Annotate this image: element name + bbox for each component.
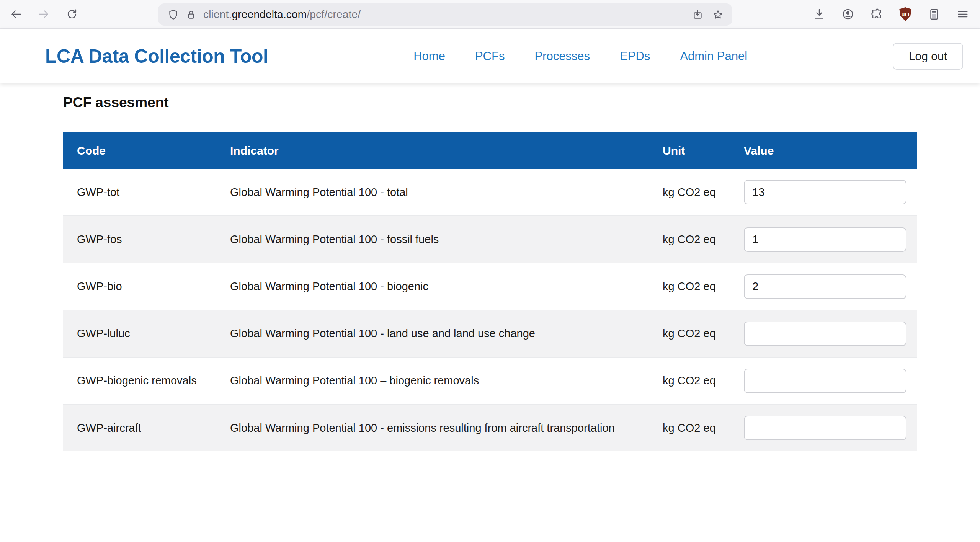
- cell-code: GWP-bio: [63, 263, 216, 310]
- app-brand-link[interactable]: LCA Data Collection Tool: [45, 45, 268, 67]
- browser-action-icons: uO: [808, 3, 973, 25]
- nav-link-processes[interactable]: Processes: [534, 49, 590, 63]
- table-row-gwp-bio: GWP-bio Global Warming Potential 100 - b…: [63, 263, 917, 310]
- reader-document-icon: [928, 8, 941, 21]
- browser-forward-button[interactable]: [33, 3, 54, 25]
- value-input-gwp-fos[interactable]: [744, 227, 906, 252]
- main-navigation: Home PCFs Processes EPDs Admin Panel: [413, 49, 747, 63]
- cell-unit: kg CO2 eq: [649, 404, 730, 451]
- app-header: LCA Data Collection Tool Home PCFs Proce…: [0, 29, 980, 83]
- back-arrow-icon: [10, 8, 23, 21]
- table-body: GWP-tot Global Warming Potential 100 - t…: [63, 169, 917, 451]
- ublock-shield-icon: uO: [899, 7, 912, 21]
- url-text: client.greendelta.com/pcf/create/: [203, 8, 361, 21]
- value-input-gwp-bio[interactable]: [744, 274, 906, 299]
- cell-unit: kg CO2 eq: [649, 310, 730, 357]
- nav-link-epds[interactable]: EPDs: [620, 49, 650, 63]
- menu-hamburger-icon: [956, 8, 969, 21]
- table-row-gwp-luluc: GWP-luluc Global Warming Potential 100 -…: [63, 310, 917, 357]
- cell-value: [730, 357, 917, 404]
- cell-code: GWP-aircraft: [63, 404, 216, 451]
- browser-back-button[interactable]: [5, 3, 27, 25]
- tracking-shield-icon[interactable]: [167, 9, 179, 21]
- cell-value: [730, 263, 917, 310]
- reader-mode-button[interactable]: [923, 3, 945, 25]
- nav-link-home[interactable]: Home: [413, 49, 445, 63]
- cell-value: [730, 216, 917, 263]
- url-domain: greendelta.com: [232, 8, 307, 20]
- value-input-gwp-luluc[interactable]: [744, 322, 906, 346]
- cell-indicator: Global Warming Potential 100 – biogenic …: [216, 357, 649, 404]
- cell-indicator: Global Warming Potential 100 - total: [216, 169, 649, 216]
- ublock-button[interactable]: uO: [895, 3, 916, 25]
- cell-unit: kg CO2 eq: [649, 169, 730, 216]
- save-page-icon[interactable]: [692, 9, 704, 21]
- cell-indicator: Global Warming Potential 100 - land use …: [216, 310, 649, 357]
- account-button[interactable]: [837, 3, 859, 25]
- table-head: Code Indicator Unit Value: [63, 132, 917, 169]
- url-subdomain: client.: [203, 8, 232, 20]
- cell-code: GWP-biogenic removals: [63, 357, 216, 404]
- cell-value: [730, 404, 917, 451]
- cell-unit: kg CO2 eq: [649, 216, 730, 263]
- table-row-gwp-biogenic-removals: GWP-biogenic removals Global Warming Pot…: [63, 357, 917, 404]
- footer-divider: [63, 500, 917, 500]
- browser-toolbar: client.greendelta.com/pcf/create/: [0, 0, 980, 29]
- cell-indicator: Global Warming Potential 100 - emissions…: [216, 404, 649, 451]
- logout-button[interactable]: Log out: [893, 43, 963, 70]
- bookmark-star-icon[interactable]: [712, 9, 724, 21]
- cell-unit: kg CO2 eq: [649, 263, 730, 310]
- value-input-gwp-tot[interactable]: [744, 180, 906, 204]
- table-row-gwp-tot: GWP-tot Global Warming Potential 100 - t…: [63, 169, 917, 216]
- value-input-gwp-biogenic-removals[interactable]: [744, 369, 906, 393]
- downloads-button[interactable]: [808, 3, 830, 25]
- cell-value: [730, 169, 917, 216]
- column-header-indicator: Indicator: [216, 132, 649, 169]
- account-icon: [841, 8, 854, 21]
- download-icon: [813, 8, 826, 21]
- address-bar[interactable]: client.greendelta.com/pcf/create/: [158, 3, 732, 26]
- lock-icon[interactable]: [185, 9, 197, 21]
- menu-button[interactable]: [952, 3, 973, 25]
- url-path: /pcf/create/: [307, 8, 361, 20]
- nav-link-admin-panel[interactable]: Admin Panel: [680, 49, 747, 63]
- browser-reload-button[interactable]: [61, 3, 83, 25]
- nav-link-pcfs[interactable]: PCFs: [475, 49, 505, 63]
- page-content: PCF assesment Code Indicator Unit Value …: [0, 94, 980, 500]
- column-header-unit: Unit: [649, 132, 730, 169]
- cell-code: GWP-fos: [63, 216, 216, 263]
- page-title: PCF assesment: [63, 94, 917, 111]
- cell-value: [730, 310, 917, 357]
- cell-indicator: Global Warming Potential 100 - fossil fu…: [216, 216, 649, 263]
- reload-icon: [65, 8, 78, 21]
- forward-arrow-icon: [37, 8, 50, 21]
- column-header-value: Value: [730, 132, 917, 169]
- cell-code: GWP-luluc: [63, 310, 216, 357]
- extensions-puzzle-icon: [870, 8, 883, 21]
- column-header-code: Code: [63, 132, 216, 169]
- value-input-gwp-aircraft[interactable]: [744, 416, 906, 440]
- cell-unit: kg CO2 eq: [649, 357, 730, 404]
- table-row-gwp-fos: GWP-fos Global Warming Potential 100 - f…: [63, 216, 917, 263]
- cell-code: GWP-tot: [63, 169, 216, 216]
- extensions-button[interactable]: [866, 3, 887, 25]
- pcf-assessment-table: Code Indicator Unit Value GWP-tot Global…: [63, 132, 917, 451]
- cell-indicator: Global Warming Potential 100 - biogenic: [216, 263, 649, 310]
- table-row-gwp-aircraft: GWP-aircraft Global Warming Potential 10…: [63, 404, 917, 451]
